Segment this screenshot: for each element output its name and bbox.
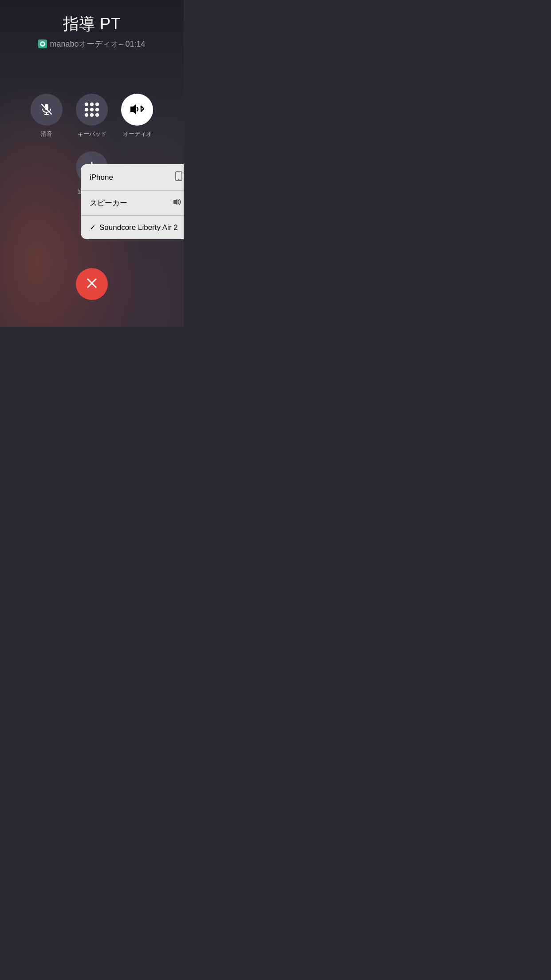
mute-icon — [40, 103, 53, 117]
svg-rect-11 — [177, 173, 180, 173]
audio-dropdown: iPhone スピーカー ✓ — [81, 164, 184, 239]
keypad-label: キーパッド — [78, 130, 106, 138]
svg-point-10 — [178, 179, 179, 180]
mute-button[interactable] — [31, 94, 63, 126]
call-screen: 指導 PT manaboオーディオ– 01:14 — [0, 0, 184, 327]
audio-icon — [130, 103, 145, 117]
audio-button[interactable] — [121, 94, 153, 126]
app-icon — [38, 40, 47, 48]
speaker-label: スピーカー — [90, 198, 127, 208]
call-header: 指導 PT manaboオーディオ– 01:14 — [38, 13, 145, 49]
mute-label: 消音 — [41, 130, 52, 138]
mute-control: 消音 — [31, 94, 63, 138]
soundcore-item-label: ✓ Soundcore Liberty Air 2 — [90, 223, 178, 232]
dropdown-item-iphone[interactable]: iPhone — [81, 164, 184, 191]
audio-label: オーディオ — [123, 130, 152, 138]
call-subtitle: manaboオーディオ– 01:14 — [38, 39, 145, 49]
keypad-control: キーパッド — [76, 94, 108, 138]
keypad-button[interactable] — [76, 94, 108, 126]
end-call-icon — [86, 277, 98, 292]
keypad-icon — [85, 103, 99, 117]
soundcore-label: Soundcore Liberty Air 2 — [99, 223, 178, 232]
iphone-label: iPhone — [90, 173, 113, 182]
svg-marker-12 — [173, 199, 177, 205]
controls-row-1: 消音 キーパッ — [31, 94, 153, 138]
call-subtitle-text: manaboオーディオ– 01:14 — [50, 39, 145, 49]
phone-icon — [175, 171, 183, 183]
audio-control: オーディオ — [121, 94, 153, 138]
dropdown-item-speaker[interactable]: スピーカー — [81, 191, 184, 216]
svg-point-1 — [41, 43, 44, 45]
checkmark-icon: ✓ — [90, 223, 96, 232]
dropdown-item-soundcore[interactable]: ✓ Soundcore Liberty Air 2 — [81, 216, 184, 239]
svg-marker-6 — [130, 104, 136, 114]
speaker-icon — [173, 198, 183, 208]
call-title: 指導 PT — [38, 13, 145, 35]
end-call-button[interactable] — [76, 268, 108, 300]
